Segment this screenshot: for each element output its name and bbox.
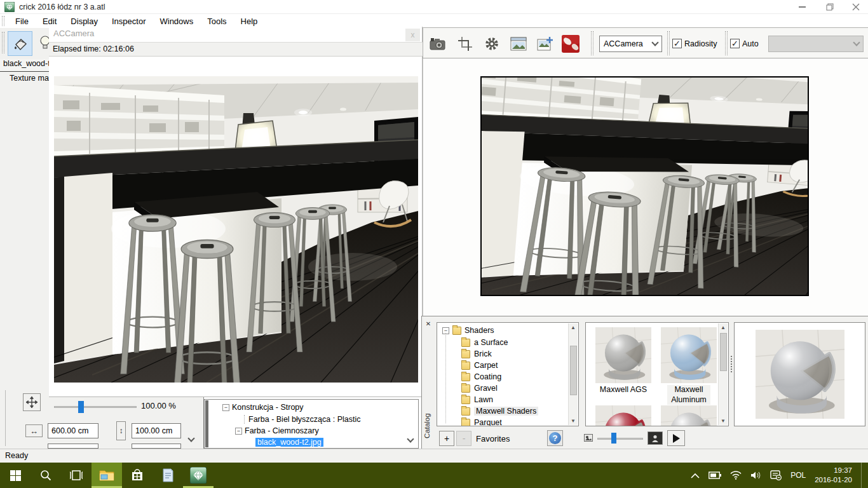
crop-tool-icon[interactable] [457, 36, 473, 52]
restore-icon [826, 3, 834, 11]
close-button[interactable] [844, 0, 868, 14]
restore-button[interactable] [816, 0, 844, 14]
scroll-down-icon[interactable]: ▼ [721, 418, 726, 425]
radiosity-control[interactable]: ✓ Radiosity [672, 39, 717, 48]
tree-row-farba-biel[interactable]: Farba - Biel błyszcząca : Plastic [244, 415, 360, 424]
task-view-button[interactable] [61, 463, 92, 488]
maxwell-render-icon[interactable] [562, 35, 580, 53]
fit-view-button[interactable] [23, 393, 41, 411]
clock-time[interactable]: 19:37 [815, 466, 852, 475]
clock-date[interactable]: 2016-01-20 [815, 475, 852, 485]
shader-thumb-maxwell-ags[interactable] [595, 327, 651, 383]
speaker-icon[interactable] [750, 471, 761, 480]
start-button[interactable] [0, 463, 31, 488]
catalog-item-parquet[interactable]: Parquet [461, 418, 502, 426]
catalog-tree-scrollbar[interactable]: ▲ ▼ [568, 323, 578, 425]
toolbar-gripper[interactable] [2, 32, 4, 53]
render-viewport-main[interactable] [54, 76, 418, 383]
taskbar-notepad[interactable] [153, 463, 183, 488]
remove-favorite-button[interactable]: - [456, 431, 471, 446]
catalog-item-a-surface[interactable]: a Surface [461, 338, 508, 347]
catalog-item-brick[interactable]: Brick [461, 349, 492, 358]
tray-expand-chevron[interactable] [691, 473, 700, 478]
catalog-item-label: a Surface [474, 338, 508, 347]
battery-icon[interactable] [709, 471, 721, 479]
tree-scrollbar[interactable] [205, 400, 208, 447]
shader-thumbs-box: Maxwell AGS Maxwell Aluminum ▲ ▼ [585, 322, 729, 426]
catalog-root-row[interactable]: − Shaders [442, 326, 494, 335]
panel-splitter-handle[interactable] [731, 356, 733, 372]
folder-icon [461, 373, 470, 381]
play-preview-button[interactable] [667, 430, 685, 446]
menu-gripper[interactable] [2, 16, 4, 26]
snapshot-camera-icon[interactable] [429, 36, 447, 52]
render-window-icon[interactable] [510, 36, 527, 52]
thumb-size-slider[interactable] [597, 433, 643, 444]
catalog-item-maxwell-shaders[interactable]: Maxwell Shaders [461, 407, 538, 416]
help-button[interactable]: ? [547, 430, 563, 446]
expander-icon[interactable]: − [222, 404, 229, 411]
show-desktop-button[interactable] [861, 463, 864, 488]
render-viewport-secondary[interactable] [482, 78, 808, 295]
shader-thumb-maxwell-aluminum[interactable] [661, 327, 717, 383]
shader-thumb-red[interactable] [595, 405, 651, 426]
radiosity-checkbox[interactable]: ✓ [672, 39, 682, 48]
shader-thumb-silver[interactable] [661, 405, 717, 426]
height-arrow-button[interactable]: ↕ [116, 421, 126, 440]
width-field-2[interactable] [48, 444, 98, 449]
taskbar-search-button[interactable] [31, 463, 61, 488]
add-favorite-button[interactable]: + [439, 431, 454, 446]
height-field[interactable] [132, 423, 181, 438]
scroll-down-icon[interactable]: ▼ [571, 418, 576, 425]
tree-row-farba-ciemnoszary[interactable]: − Farba - Ciemnoszary [235, 426, 319, 435]
width-arrow-button[interactable]: ↔ [25, 424, 43, 437]
action-center-icon[interactable] [770, 470, 782, 480]
preview-close-button[interactable]: x [405, 29, 420, 41]
store-icon [131, 469, 144, 482]
taskbar-store[interactable] [122, 463, 153, 488]
height-field-2[interactable] [132, 444, 181, 449]
shader-thumbs-scrollbar[interactable]: ▲ ▼ [718, 323, 728, 425]
zoom-slider[interactable] [54, 400, 137, 413]
minimize-button[interactable] [788, 0, 816, 14]
chevron-down-icon [853, 39, 860, 46]
more-options-chevron[interactable] [187, 435, 194, 442]
width-field[interactable] [48, 423, 98, 438]
catalog-close-button[interactable]: ✕ [424, 319, 433, 328]
scroll-up-icon[interactable]: ▲ [571, 323, 576, 330]
wifi-icon[interactable] [730, 471, 742, 480]
paint-tool-button[interactable] [8, 31, 32, 56]
expander-icon[interactable]: − [235, 428, 242, 435]
catalog-item-lawn[interactable]: Lawn [461, 395, 493, 404]
auto-checkbox[interactable]: ✓ [730, 39, 740, 48]
tree-row-texture-selected[interactable]: black_wood-t2.jpg [255, 438, 323, 447]
chevron-down-icon [651, 39, 658, 46]
taskbar-artlantis[interactable] [183, 463, 214, 488]
shader-preview-image[interactable] [756, 329, 844, 419]
toolbar-separator-3 [725, 31, 728, 55]
language-indicator[interactable]: POL [790, 471, 806, 480]
catalog-item-coating[interactable]: Coating [461, 372, 501, 381]
disabled-select[interactable] [768, 36, 864, 52]
camera-select[interactable]: ACCamera [599, 36, 662, 52]
menu-file[interactable]: File [8, 14, 36, 29]
thumb-size-small-icon [584, 434, 593, 442]
zoom-slider-thumb[interactable] [78, 401, 84, 413]
desktop: { "colors": { "selection_blue": "#3399ff… [0, 0, 868, 488]
tree-chevron[interactable] [407, 435, 414, 442]
catalog-item-carpet[interactable]: Carpet [461, 361, 498, 370]
settings-gear-icon[interactable] [484, 36, 499, 51]
shader-preview-box [734, 322, 865, 426]
thumb-size-thumb[interactable] [611, 433, 616, 444]
catalog-item-gravel[interactable]: Gravel [461, 384, 498, 393]
thumb-size-large-button[interactable] [648, 431, 663, 445]
zoom-slider-track [54, 406, 137, 408]
material-tree-panel: − Konstrukcja - Stropy Farba - Biel błys… [204, 399, 419, 449]
scrollbar-thumb[interactable] [570, 346, 577, 395]
tree-row-konstrukcja[interactable]: − Konstrukcja - Stropy [222, 403, 304, 412]
scrollbar-thumb[interactable] [720, 333, 727, 371]
scroll-up-icon[interactable]: ▲ [721, 323, 726, 330]
taskbar-file-explorer[interactable] [92, 463, 122, 488]
add-image-icon[interactable] [536, 36, 554, 52]
auto-control[interactable]: ✓ Auto [730, 39, 759, 48]
